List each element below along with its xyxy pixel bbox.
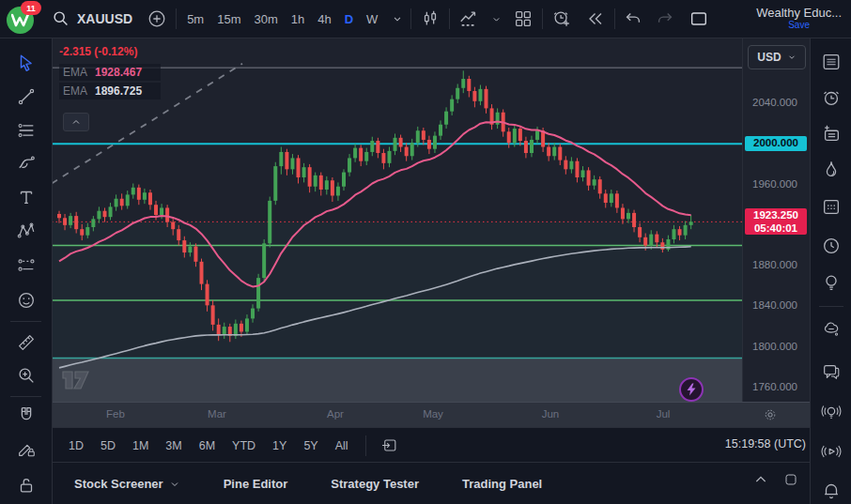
chart-style-button[interactable]: [415, 5, 445, 33]
alerts-button[interactable]: [815, 82, 847, 114]
save-layout-button[interactable]: [683, 5, 715, 33]
range-button-5d[interactable]: 5D: [93, 435, 123, 456]
indicators-button[interactable]: [454, 5, 484, 33]
streams-button[interactable]: [815, 435, 847, 467]
ema-value: 1896.725: [95, 84, 142, 98]
alert-plus-icon: [551, 8, 572, 29]
ema-value: 1928.467: [95, 66, 142, 79]
footer-tab-pine-editor[interactable]: Pine Editor: [214, 471, 298, 496]
symbol-search-button[interactable]: XAUUSD: [45, 5, 138, 33]
indicators-icon: [458, 8, 479, 29]
brush-tool-button[interactable]: [10, 147, 42, 179]
lock-drawings-button[interactable]: [10, 469, 42, 501]
journal-button[interactable]: [815, 117, 847, 149]
footer-tab-stock-screener[interactable]: Stock Screener: [65, 471, 190, 496]
legend-collapse-button[interactable]: [63, 113, 89, 131]
watchlist-icon: [821, 52, 842, 72]
separator: [449, 8, 450, 29]
redo-button[interactable]: [651, 5, 679, 33]
timeframe-button-30m[interactable]: 30m: [247, 5, 284, 33]
panel-maximize-button[interactable]: [783, 472, 798, 487]
candlestick-icon: [420, 8, 441, 29]
measure-tool-button[interactable]: [10, 327, 42, 359]
timeframe-button-15m[interactable]: 15m: [210, 5, 247, 33]
price-tick: 1840.000: [752, 299, 797, 311]
world-clock-button[interactable]: [815, 230, 847, 262]
ema-legend-row[interactable]: EMA 1928.467: [59, 64, 161, 81]
search-icon: [51, 8, 71, 29]
layout-grid-button[interactable]: [508, 5, 538, 33]
account-menu[interactable]: Wealthy Educ... Save: [756, 7, 842, 31]
text-tool-button[interactable]: [10, 181, 42, 213]
lightbulb-icon: [821, 272, 842, 293]
level-price-label: 2000.000: [745, 136, 807, 151]
footer-tab-trading-panel[interactable]: Trading Panel: [453, 471, 551, 496]
ideas-button[interactable]: [815, 267, 847, 298]
currency-label: USD: [757, 51, 781, 64]
range-button-1m[interactable]: 1M: [125, 435, 156, 456]
live-ideas-button[interactable]: [815, 396, 847, 428]
save-link[interactable]: Save: [756, 19, 842, 31]
separator: [365, 435, 366, 456]
timeframe-button-5m[interactable]: 5m: [180, 5, 210, 33]
panel-expand-button[interactable]: [753, 472, 768, 487]
minds-button[interactable]: [815, 313, 847, 345]
compare-add-button[interactable]: [142, 5, 172, 33]
watchlist-button[interactable]: [815, 46, 847, 78]
go-to-date-icon: [380, 436, 398, 454]
flame-icon: [821, 160, 842, 180]
zoom-in-button[interactable]: [10, 359, 42, 391]
notifications-button[interactable]: [815, 474, 847, 504]
timeframe-menu-button[interactable]: [388, 5, 407, 33]
chevron-down-icon: [391, 12, 404, 25]
axis-settings-button[interactable]: [754, 405, 786, 425]
drawing-mode-button[interactable]: [10, 433, 42, 465]
range-button-1d[interactable]: 1D: [61, 435, 91, 456]
chat-button[interactable]: [815, 356, 847, 388]
ema-legend-row[interactable]: EMA 1896.725: [59, 83, 161, 99]
fib-tool-button[interactable]: [10, 115, 42, 146]
timeframe-button-w[interactable]: W: [360, 5, 384, 33]
range-button-6m[interactable]: 6M: [192, 435, 223, 456]
app-logo[interactable]: 11: [6, 3, 38, 35]
pattern-tool-button[interactable]: [10, 215, 42, 247]
cursor-tool-button[interactable]: [10, 47, 42, 79]
undo-button[interactable]: [619, 5, 647, 33]
chevron-up-icon: [70, 116, 82, 128]
boost-badge[interactable]: [679, 377, 704, 402]
plus-circle-icon: [147, 8, 167, 29]
bar-replay-button[interactable]: [580, 5, 611, 33]
chart-pane[interactable]: USD 2040.0001960.0001880.0001840.0001800…: [52, 38, 810, 402]
range-button-5y[interactable]: 5Y: [296, 435, 325, 456]
clock-display[interactable]: 15:19:58 (UTC): [725, 437, 806, 451]
notification-badge: 11: [21, 1, 41, 15]
calendar-button[interactable]: [815, 191, 847, 222]
footer-tab-strategy-tester[interactable]: Strategy Tester: [321, 471, 428, 496]
countdown: 05:40:01: [745, 221, 807, 235]
time-axis[interactable]: FebMarAprMayJunJul: [52, 402, 810, 428]
last-price-label: 1923.25005:40:01: [745, 208, 807, 235]
currency-button[interactable]: USD: [748, 45, 806, 69]
range-button-all[interactable]: All: [328, 435, 356, 456]
indicators-menu-button[interactable]: [487, 5, 504, 33]
alarm-clock-icon: [821, 87, 842, 108]
timeframe-button-4h[interactable]: 4h: [311, 5, 337, 33]
emoji-tool-button[interactable]: [10, 284, 42, 316]
calendar-icon: [821, 196, 842, 217]
create-alert-button[interactable]: [547, 5, 577, 33]
main-area: USD 2040.0001960.0001880.0001840.0001800…: [52, 38, 810, 504]
range-button-3m[interactable]: 3M: [158, 435, 189, 456]
range-button-1y[interactable]: 1Y: [265, 435, 294, 456]
magnet-tool-button[interactable]: [10, 399, 42, 431]
lock-icon: [16, 475, 37, 496]
account-name: Wealthy Educ...: [756, 7, 842, 19]
hotlists-button[interactable]: [815, 154, 847, 186]
go-to-date-button[interactable]: [376, 434, 404, 458]
separator: [176, 8, 177, 29]
position-tool-button[interactable]: [10, 250, 42, 282]
timeframe-button-1h[interactable]: 1h: [285, 5, 311, 33]
timeframe-button-d[interactable]: D: [338, 5, 360, 33]
range-button-ytd[interactable]: YTD: [224, 435, 263, 456]
price-axis[interactable]: USD 2040.0001960.0001880.0001840.0001800…: [742, 38, 811, 402]
trendline-tool-button[interactable]: [10, 81, 42, 113]
